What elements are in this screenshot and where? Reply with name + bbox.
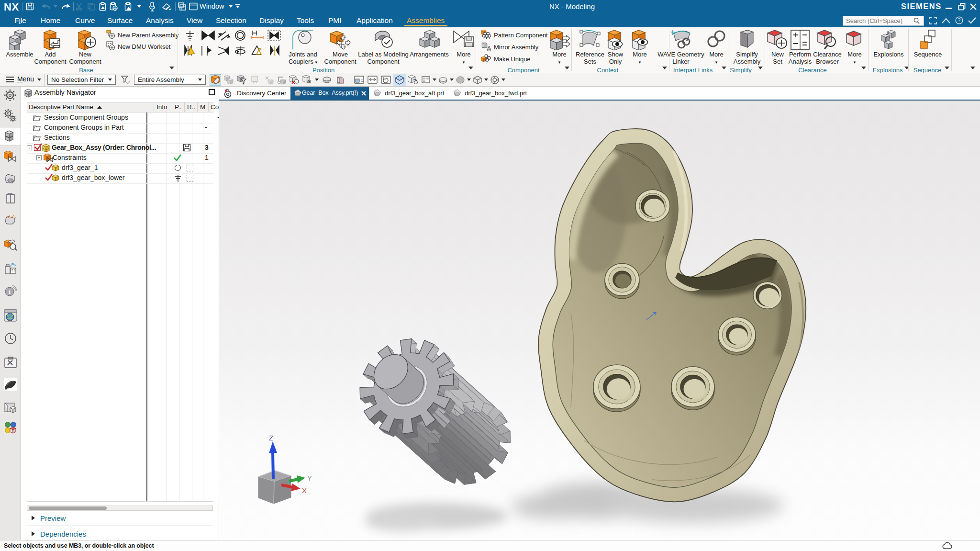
- svg-text:i: i: [9, 288, 11, 295]
- svg-text:X: X: [302, 486, 307, 495]
- svg-text:?: ?: [958, 17, 961, 23]
- svg-text:Y: Y: [307, 474, 312, 482]
- svg-text:Z: Z: [269, 434, 273, 442]
